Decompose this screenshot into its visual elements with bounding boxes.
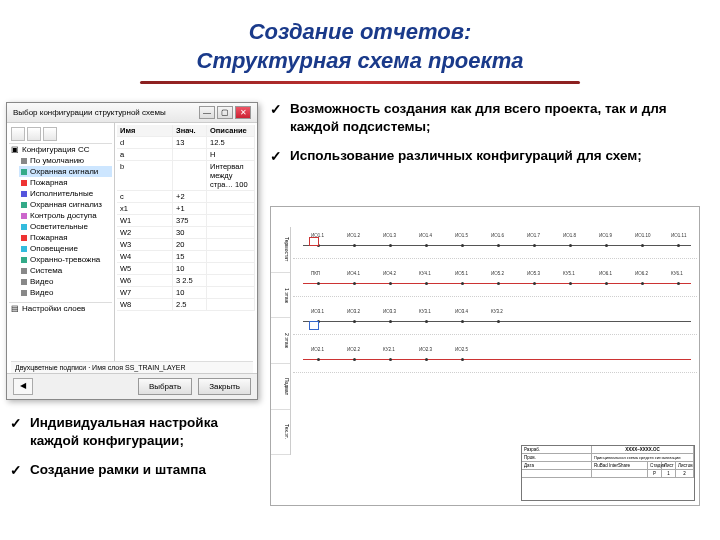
slide-header: Создание отчетов: Структурная схема прое… bbox=[0, 0, 720, 94]
tb-company: RuBad InterShare bbox=[592, 462, 648, 469]
grid-cell-value[interactable]: 15 bbox=[173, 251, 207, 262]
tree-item-label: Охранная сигнализ bbox=[30, 200, 102, 209]
device-label: КУ6.1 bbox=[671, 271, 683, 276]
grid-cell-desc bbox=[207, 239, 255, 250]
tree-tool-btn[interactable] bbox=[11, 127, 25, 141]
grid-row[interactable]: W320 bbox=[117, 239, 255, 251]
grid-row[interactable]: W63 2.5 bbox=[117, 275, 255, 287]
tree-item-label: Контроль доступа bbox=[30, 211, 97, 220]
header-line1: Создание отчетов: bbox=[249, 19, 472, 44]
grid-row[interactable]: d1312.5 bbox=[117, 137, 255, 149]
grid-cell-desc bbox=[207, 275, 255, 286]
grid-cell-value[interactable]: 30 bbox=[173, 227, 207, 238]
device-node bbox=[389, 244, 392, 247]
tree-item[interactable]: Охранно-тревожна bbox=[19, 254, 112, 265]
grid-cell-value[interactable]: 20 bbox=[173, 239, 207, 250]
device-label: ИО6.1 bbox=[599, 271, 612, 276]
tree-settings-label: Настройки слоев bbox=[22, 304, 85, 313]
grid-cell-desc bbox=[207, 263, 255, 274]
device-node bbox=[605, 282, 608, 285]
grid-cell-value[interactable]: 13 bbox=[173, 137, 207, 148]
grid-cell-desc: 12.5 bbox=[207, 137, 255, 148]
tree-item[interactable]: По умолчанию bbox=[19, 155, 112, 166]
grid-cell-desc: Н bbox=[207, 149, 255, 160]
tree-root[interactable]: ▣ Конфигурация СС bbox=[9, 144, 112, 155]
grid-cell-value[interactable]: 3 2.5 bbox=[173, 275, 207, 286]
grid-cell-value[interactable]: +1 bbox=[173, 203, 207, 214]
device-node bbox=[425, 358, 428, 361]
grid-cell-value[interactable]: 375 bbox=[173, 215, 207, 226]
device-label: ИО1.7 bbox=[527, 233, 540, 238]
paginate-prev[interactable]: ◀ bbox=[13, 378, 33, 395]
color-swatch-icon bbox=[21, 169, 27, 175]
tree-tool-btn[interactable] bbox=[43, 127, 57, 141]
minimize-button[interactable]: — bbox=[199, 106, 215, 119]
tb-stage: Р bbox=[648, 470, 662, 477]
device-label: ИО3.3 bbox=[383, 309, 396, 314]
grid-row[interactable]: W710 bbox=[117, 287, 255, 299]
tree-item[interactable]: Видео bbox=[19, 287, 112, 298]
grid-cell-value[interactable]: +2 bbox=[173, 191, 207, 202]
grid-cell-value[interactable] bbox=[173, 149, 207, 160]
grid-row[interactable]: W415 bbox=[117, 251, 255, 263]
grid-row[interactable]: W82.5 bbox=[117, 299, 255, 311]
grid-row[interactable]: W230 bbox=[117, 227, 255, 239]
device-node bbox=[569, 282, 572, 285]
tree-item-label: Пожарная bbox=[30, 233, 68, 242]
tree-item[interactable]: Оповещение bbox=[19, 243, 112, 254]
floor-side-label: Термостат bbox=[271, 227, 290, 273]
color-swatch-icon bbox=[21, 213, 27, 219]
dialog-titlebar: Выбор конфигурации структурной схемы — ▢… bbox=[7, 103, 257, 123]
close-button[interactable]: ✕ bbox=[235, 106, 251, 119]
grid-col-name: Имя bbox=[117, 125, 173, 136]
tree-item[interactable]: Контроль доступа bbox=[19, 210, 112, 221]
grid-cell-desc bbox=[207, 215, 255, 226]
device-node bbox=[389, 358, 392, 361]
tree-settings[interactable]: ▤ Настройки слоев bbox=[9, 302, 112, 314]
grid-cell-value[interactable]: 2.5 bbox=[173, 299, 207, 310]
tree-item[interactable]: Осветительные bbox=[19, 221, 112, 232]
floor-side-label: 1 этаж bbox=[271, 273, 290, 319]
device-box bbox=[309, 237, 319, 246]
tree-item[interactable]: Видео bbox=[19, 276, 112, 287]
color-swatch-icon bbox=[21, 246, 27, 252]
device-node bbox=[461, 358, 464, 361]
tree-item[interactable]: Пожарная bbox=[19, 177, 112, 188]
cancel-button[interactable]: Закрыть bbox=[198, 378, 251, 395]
tree-item[interactable]: Система bbox=[19, 265, 112, 276]
ok-button[interactable]: Выбрать bbox=[138, 378, 192, 395]
device-label: ИО2.1 bbox=[311, 347, 324, 352]
device-label: КУ3.1 bbox=[419, 309, 431, 314]
device-node bbox=[461, 320, 464, 323]
device-label: КУ2.1 bbox=[383, 347, 395, 352]
tree-item[interactable]: Исполнительные bbox=[19, 188, 112, 199]
device-node bbox=[425, 282, 428, 285]
grid-row[interactable]: bИнтервал между стра… 100 bbox=[117, 161, 255, 191]
grid-cell-desc bbox=[207, 191, 255, 202]
device-label: ИО1.10 bbox=[635, 233, 651, 238]
tree-item[interactable]: Пожарная bbox=[19, 232, 112, 243]
device-node bbox=[389, 320, 392, 323]
device-node bbox=[317, 282, 320, 285]
grid-row[interactable]: aН bbox=[117, 149, 255, 161]
grid-row[interactable]: W510 bbox=[117, 263, 255, 275]
device-node bbox=[677, 282, 680, 285]
color-swatch-icon bbox=[21, 290, 27, 296]
grid-cell-value[interactable] bbox=[173, 161, 207, 190]
maximize-button[interactable]: ▢ bbox=[217, 106, 233, 119]
tree-tool-btn[interactable] bbox=[27, 127, 41, 141]
tree-item[interactable]: Охранная сигнализ bbox=[19, 199, 112, 210]
grid-cell-name: W1 bbox=[117, 215, 173, 226]
color-swatch-icon bbox=[21, 235, 27, 241]
grid-cell-value[interactable]: 10 bbox=[173, 287, 207, 298]
grid-row[interactable]: c+2 bbox=[117, 191, 255, 203]
tree-item[interactable]: Охранная сигнали bbox=[19, 166, 112, 177]
grid-row[interactable]: x1+1 bbox=[117, 203, 255, 215]
device-node bbox=[497, 244, 500, 247]
bullet-text: Создание рамки и штампа bbox=[30, 461, 206, 480]
device-node bbox=[533, 244, 536, 247]
upper-bullet-list: ✓Возможность создания как для всего прое… bbox=[270, 100, 700, 175]
device-label: ИО1.2 bbox=[347, 233, 360, 238]
grid-cell-value[interactable]: 10 bbox=[173, 263, 207, 274]
grid-row[interactable]: W1375 bbox=[117, 215, 255, 227]
